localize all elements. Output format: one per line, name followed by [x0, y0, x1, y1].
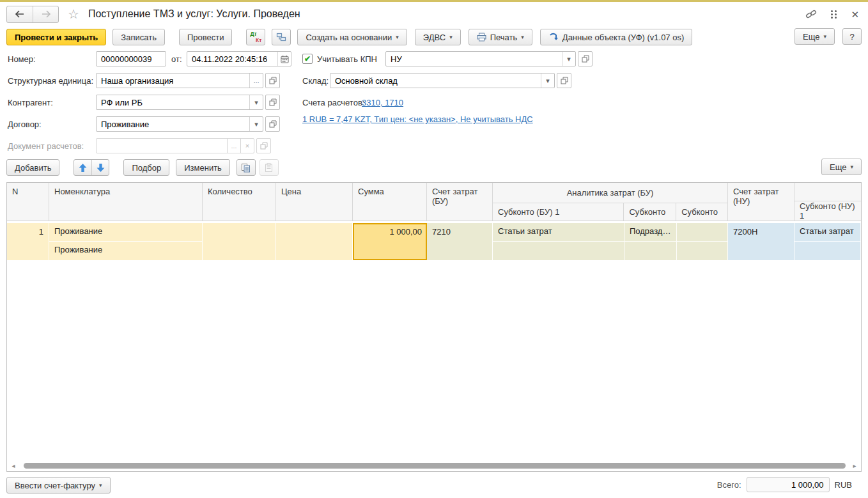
more-button[interactable]: Еще▾ [794, 28, 835, 45]
col-header-subconto3[interactable]: Субконто [676, 203, 727, 221]
org-field[interactable]: Наша организация ... [96, 73, 263, 88]
total-label: Всего: [717, 480, 741, 490]
add-row-button[interactable]: Добавить [6, 159, 59, 176]
kpn-label: Учитывать КПН [317, 51, 377, 66]
cell-cost-account-nu[interactable]: 7200Н [728, 223, 794, 260]
write-button[interactable]: Записать [112, 29, 165, 45]
col-group-analytics-bu: Аналитика затрат (БУ) Субконто (БУ) 1 Су… [493, 183, 728, 221]
settlement-doc-field[interactable]: ... × [96, 138, 254, 153]
document-structure-icon [276, 32, 286, 42]
col-header-cost-account-bu[interactable]: Счет затрат (БУ) [427, 183, 493, 221]
print-button[interactable]: Печать▾ [469, 29, 532, 45]
counterparty-open-button[interactable] [265, 95, 280, 110]
dropdown-icon[interactable]: ▾ [249, 117, 263, 131]
dropdown-icon[interactable]: ▾ [562, 52, 575, 66]
enter-invoice-button[interactable]: Ввести счет-фактуру▾ [6, 477, 111, 494]
get-link-icon[interactable] [805, 8, 817, 20]
cell-subconto-bu1[interactable]: Статьи затрат [493, 223, 624, 260]
cell-quantity[interactable] [203, 223, 276, 260]
cell-subconto2[interactable]: Подразд… [624, 223, 677, 260]
more-menu-icon[interactable] [831, 10, 837, 19]
number-field[interactable]: 00000000039 [96, 51, 166, 66]
settlement-accounts-link[interactable]: 3310, 1710 [362, 98, 403, 107]
kpn-mode-field[interactable]: НУ ▾ [385, 51, 576, 66]
contract-open-button[interactable] [265, 116, 280, 132]
post-button[interactable]: Провести [179, 29, 233, 45]
col-header-sum[interactable]: Сумма [353, 183, 427, 221]
scrollbar-track[interactable] [19, 462, 849, 470]
table-row[interactable]: 1 Проживание Проживание 1 000,00 7210 Ст… [7, 223, 861, 260]
table-more-button[interactable]: Еще▾ [821, 159, 862, 175]
toolbar-right: Еще▾ ? [794, 28, 862, 45]
col-header-subconto-bu1[interactable]: Субконто (БУ) 1 [493, 203, 624, 221]
contract-label: Договор: [8, 116, 42, 132]
col-header-cost-account-nu[interactable]: Счет затрат (НУ) [728, 183, 794, 221]
show-postings-button[interactable]: ДтКт [246, 29, 265, 45]
choose-icon: ... [227, 139, 240, 153]
calendar-icon[interactable] [277, 52, 291, 66]
col-header-price[interactable]: Цена [276, 183, 353, 221]
chevron-down-icon: ▾ [396, 34, 399, 40]
warehouse-open-button[interactable] [557, 73, 571, 88]
move-row-down-button[interactable] [91, 160, 109, 175]
nomenclature-value[interactable]: Проживание [49, 223, 202, 242]
cell-cost-account-bu[interactable]: 7210 [427, 223, 493, 260]
settlement-doc-label: Документ расчетов: [8, 138, 84, 153]
paste-rows-button [260, 159, 279, 176]
related-documents-button[interactable] [272, 29, 291, 45]
col-header-nomenclature[interactable]: Номенклатура [49, 183, 203, 221]
move-row-up-button[interactable] [74, 160, 91, 175]
contract-field[interactable]: Проживание ▾ [96, 116, 263, 132]
col-header-quantity[interactable]: Количество [203, 183, 276, 221]
post-and-close-button[interactable]: Провести и закрыть [6, 29, 106, 45]
create-based-on-button[interactable]: Создать на основании▾ [297, 29, 407, 45]
object-data-button[interactable]: Данные объекта (УФ) (v1.07 os) [540, 29, 692, 45]
scrollbar-thumb[interactable] [24, 463, 846, 469]
cell-price[interactable] [276, 223, 353, 260]
counterparty-label: Контрагент: [8, 95, 53, 110]
dtkt-icon: ДтКт [250, 31, 261, 43]
back-arrow-icon [15, 10, 25, 18]
choose-icon[interactable]: ... [249, 74, 263, 88]
cell-subconto-nu1[interactable]: Статьи затрат [794, 223, 861, 260]
col-header-analytics-nu [794, 183, 861, 201]
arrow-down-icon [97, 164, 105, 172]
kpn-open-button[interactable] [578, 51, 593, 66]
currency-price-type-link[interactable]: 1 RUB = 7,47 KZT, Тип цен: <не указан>, … [302, 114, 533, 124]
favorite-star-icon[interactable]: ☆ [68, 8, 79, 20]
scroll-left-icon[interactable]: ◂ [8, 462, 19, 470]
pick-button[interactable]: Подбор [123, 159, 169, 176]
warehouse-field[interactable]: Основной склад ▾ [330, 73, 555, 88]
back-button[interactable] [7, 6, 33, 22]
cell-n[interactable]: 1 [7, 223, 49, 260]
col-header-subconto2[interactable]: Субконто [624, 203, 676, 221]
edvs-button[interactable]: ЭДВС▾ [415, 29, 461, 45]
copy-rows-button[interactable] [236, 159, 256, 176]
dropdown-icon[interactable]: ▾ [541, 74, 554, 88]
close-icon[interactable]: ✕ [851, 10, 859, 19]
content-value[interactable]: Проживание [49, 242, 202, 260]
col-header-subconto-nu1[interactable]: Субконто (НУ) 1 [794, 201, 861, 221]
date-field[interactable]: 04.11.2022 20:45:16 [187, 51, 291, 66]
cell-nomenclature[interactable]: Проживание Проживание [49, 223, 203, 260]
table-toolbar-right: Еще▾ [821, 159, 862, 175]
col-header-n[interactable]: N [7, 183, 49, 221]
forward-button[interactable] [33, 6, 58, 22]
checkbox-check-icon: ✔ [304, 54, 311, 63]
number-label: Номер: [8, 51, 36, 66]
cell-sum-selected[interactable]: 1 000,00 [353, 223, 427, 260]
titlebar-actions: ✕ [805, 2, 859, 26]
footer-totals: Всего: 1 000,00 RUB [717, 477, 852, 492]
edit-button[interactable]: Изменить [176, 159, 230, 176]
help-button[interactable]: ? [842, 28, 862, 45]
dropdown-icon[interactable]: ▾ [249, 95, 263, 109]
horizontal-scrollbar[interactable]: ◂ ▸ [8, 462, 860, 470]
kpn-checkbox[interactable]: ✔ [302, 54, 313, 64]
cell-subconto3[interactable] [677, 223, 728, 260]
col-header-analytics-bu[interactable]: Аналитика затрат (БУ) [493, 183, 727, 203]
rotate-arrow-icon [548, 33, 558, 42]
scroll-right-icon[interactable]: ▸ [849, 462, 860, 470]
counterparty-field[interactable]: РФ или РБ ▾ [96, 95, 263, 110]
org-open-button[interactable] [265, 73, 280, 88]
date-label: от: [171, 51, 182, 66]
